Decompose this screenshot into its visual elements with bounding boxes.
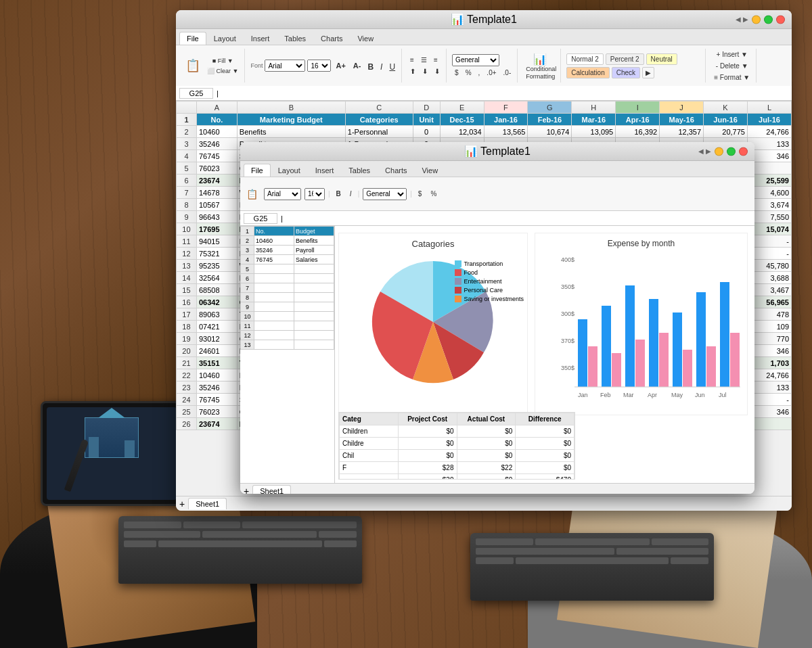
align-center[interactable]: ☰ — [418, 55, 430, 65]
second-tab-layout[interactable]: Layout — [271, 164, 308, 177]
close-button[interactable] — [776, 15, 785, 24]
second-percent[interactable]: % — [428, 189, 439, 199]
second-paste-button[interactable]: 📋 — [244, 187, 261, 201]
bar-jul-blue — [720, 282, 729, 387]
second-minimize-button[interactable] — [715, 147, 723, 156]
second-sheet1-tab[interactable]: Sheet1 — [252, 485, 291, 494]
col-header-d[interactable]: D — [413, 101, 440, 114]
percent-button[interactable]: % — [463, 68, 474, 78]
sheet1-tab[interactable]: Sheet1 — [188, 498, 227, 509]
align-right[interactable]: ≡ — [431, 55, 441, 65]
cell-style-group: Normal 2 Percent 2 Neutral Calculation C… — [563, 49, 706, 83]
alignment-group: ≡ ☰ ≡ ⬆ ⬇ ⬇ — [404, 49, 447, 83]
row-num-1: 1 — [177, 114, 197, 126]
second-window-titlebar: 📊 Template1 ◀ ▶ — [240, 142, 754, 161]
decimal-increase[interactable]: .0+ — [484, 68, 499, 78]
second-font-selector[interactable]: Arial — [264, 188, 301, 200]
col-header-j[interactable]: J — [660, 101, 704, 114]
col-header-g[interactable]: G — [528, 101, 572, 114]
bar-apr-pink — [659, 333, 669, 387]
align-top[interactable]: ⬆ — [407, 66, 418, 76]
second-tab-insert[interactable]: Insert — [308, 164, 342, 177]
align-left[interactable]: ≡ — [407, 55, 417, 65]
second-font-size[interactable]: 16 — [304, 188, 325, 200]
decimal-decrease[interactable]: .0- — [501, 68, 514, 78]
second-cell-ref[interactable] — [244, 213, 277, 224]
sheet-tabs: + Sheet1 — [176, 496, 792, 511]
svg-text:350$: 350$ — [561, 365, 574, 371]
col-header-l[interactable]: L — [747, 101, 791, 114]
second-currency[interactable]: $ — [415, 189, 425, 199]
align-bottom[interactable]: ⬇ — [432, 66, 443, 76]
cells-group: + Insert ▼ - Delete ▼ ≡ Format ▼ — [708, 49, 757, 83]
format-cells-button[interactable]: ≡ Format ▼ — [711, 72, 752, 83]
bar-jul-pink — [730, 333, 740, 387]
align-middle[interactable]: ⬇ — [420, 66, 430, 76]
bar-feb-pink — [612, 353, 621, 387]
font-size-selector[interactable]: 16 — [307, 60, 331, 72]
header-jul16: Jul-16 — [747, 114, 791, 126]
col-header-h[interactable]: H — [572, 101, 616, 114]
second-add-sheet[interactable]: + — [244, 486, 249, 494]
second-grid: 1No.Budget 210460Benefits 335246Payroll … — [240, 226, 335, 483]
second-italic[interactable]: I — [347, 189, 355, 199]
add-sheet-button[interactable]: + — [179, 499, 185, 509]
second-maximize-button[interactable] — [727, 147, 736, 156]
tab-layout[interactable]: Layout — [206, 32, 244, 45]
paste-group: 📋 ■ Fill ▼ ⬜ Clear ▼ — [179, 49, 245, 83]
check-style[interactable]: Check — [612, 67, 640, 78]
currency-button[interactable]: $ — [452, 68, 461, 78]
fill-button[interactable]: ■ Fill ▼ — [204, 56, 241, 66]
second-tab-charts[interactable]: Charts — [378, 164, 414, 177]
second-close-button[interactable] — [739, 147, 748, 156]
second-bold[interactable]: B — [334, 189, 344, 199]
col-header-i[interactable]: I — [616, 101, 660, 114]
ribbon-tabs: File Layout Insert Tables Charts View — [176, 29, 792, 45]
col-header-b[interactable]: B — [237, 101, 345, 114]
tab-view[interactable]: View — [350, 32, 381, 45]
svg-text:Jan: Jan — [578, 392, 588, 398]
font-selector[interactable]: Arial — [265, 60, 305, 72]
col-header-a[interactable]: A — [196, 101, 237, 114]
svg-text:300$: 300$ — [561, 310, 574, 317]
col-header-e[interactable]: E — [440, 101, 484, 114]
number-format-selector[interactable]: General — [452, 54, 499, 66]
delete-cells-button[interactable]: - Delete ▼ — [711, 61, 752, 71]
cell-reference-input[interactable] — [179, 88, 213, 99]
col-header-f[interactable]: F — [484, 101, 528, 114]
neutral-style[interactable]: Neutral — [646, 53, 677, 65]
svg-text:Mar: Mar — [623, 392, 634, 398]
insert-cells-button[interactable]: + Insert ▼ — [711, 49, 752, 60]
percent2-style[interactable]: Percent 2 — [606, 53, 644, 65]
col-header-k[interactable]: K — [704, 101, 748, 114]
tab-tables[interactable]: Tables — [277, 32, 313, 45]
pie-chart-title: Catagories — [339, 233, 527, 254]
header-unit: Unit — [413, 114, 440, 126]
italic-button[interactable]: I — [378, 61, 385, 73]
minimize-button[interactable] — [752, 15, 761, 24]
conditional-format-button[interactable]: 📊 Conditional Formatting — [523, 51, 557, 80]
col-header-c[interactable]: C — [345, 101, 413, 114]
second-window-title: Template1 — [480, 145, 531, 158]
budget-col-diff: Difference — [516, 413, 574, 425]
bold-button[interactable]: B — [365, 61, 376, 73]
comma-button[interactable]: , — [476, 68, 483, 78]
clear-button[interactable]: ⬜ Clear ▼ — [204, 66, 241, 76]
maximize-button[interactable] — [764, 15, 773, 24]
budget-table-row: F$28$22$0 — [340, 462, 574, 474]
underline-button[interactable]: U — [386, 61, 398, 73]
more-styles[interactable]: ▶ — [642, 67, 654, 78]
font-size-increase[interactable]: A+ — [333, 60, 348, 71]
tab-insert[interactable]: Insert — [244, 32, 277, 45]
second-tab-tables[interactable]: Tables — [341, 164, 378, 177]
normal2-style[interactable]: Normal 2 — [566, 53, 604, 65]
font-size-decrease[interactable]: A- — [351, 60, 364, 71]
bar-chart-title: Expense by month — [541, 239, 742, 248]
tab-file[interactable]: File — [179, 32, 206, 45]
paste-button[interactable]: 📋 — [183, 57, 203, 74]
calculation-style[interactable]: Calculation — [566, 67, 609, 78]
second-tab-file[interactable]: File — [244, 164, 271, 177]
second-number-format[interactable]: General — [363, 188, 407, 200]
tab-charts[interactable]: Charts — [313, 32, 350, 45]
second-tab-view[interactable]: View — [414, 164, 445, 177]
